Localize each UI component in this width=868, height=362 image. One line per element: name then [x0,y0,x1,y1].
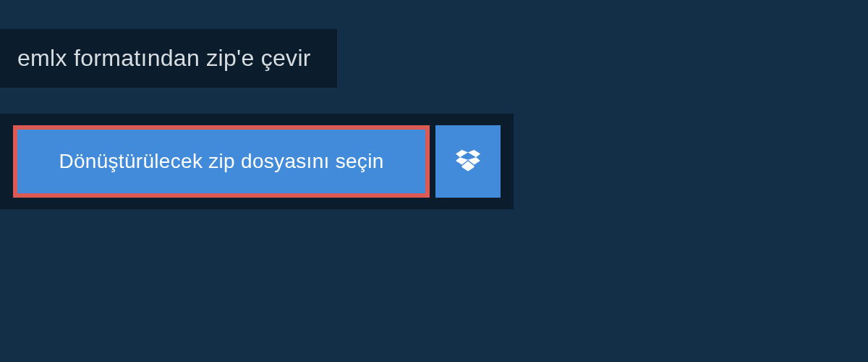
page-title: emlx formatından zip'e çevir [17,45,311,71]
dropbox-icon [456,150,480,173]
dropbox-button[interactable] [435,125,501,198]
upload-panel: Dönüştürülecek zip dosyasını seçin [0,114,514,209]
title-bar: emlx formatından zip'e çevir [0,29,337,88]
select-file-label: Dönüştürülecek zip dosyasını seçin [59,150,383,173]
converter-container: emlx formatından zip'e çevir Dönüştürüle… [0,0,868,209]
select-file-button[interactable]: Dönüştürülecek zip dosyasını seçin [13,125,430,198]
